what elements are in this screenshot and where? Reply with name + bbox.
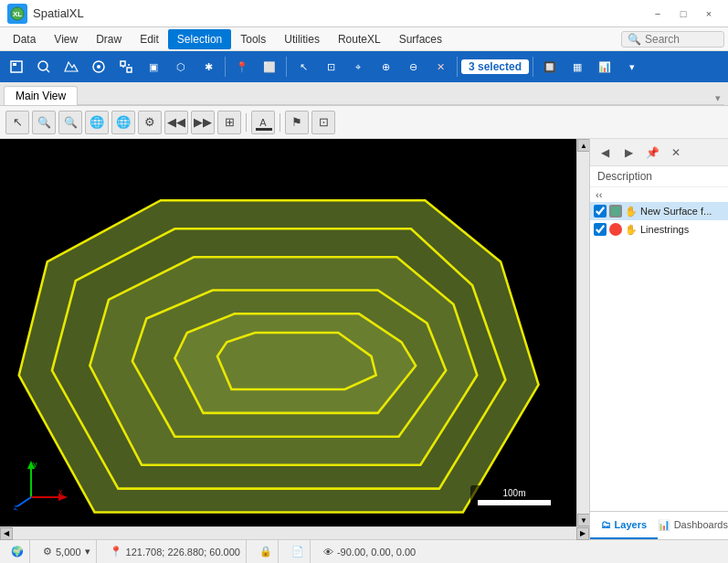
tb-btn-10[interactable]: ⬜	[257, 54, 282, 80]
window-controls: − □ ×	[646, 4, 721, 24]
scroll-up-btn[interactable]: ▲	[577, 139, 589, 152]
scale-bar: 100m	[470, 485, 558, 508]
tb2-pin[interactable]: ⚑	[285, 111, 309, 134]
menu-selection[interactable]: Selection	[168, 29, 231, 49]
scroll-left-btn[interactable]: ◀	[0, 527, 13, 540]
view-tabs-bar: Main View ▾	[0, 82, 728, 106]
tb-sel-export[interactable]: 📊	[592, 54, 617, 80]
panel-description-header: Description	[590, 166, 728, 187]
dashboards-tab-label: Dashboards	[674, 519, 728, 530]
menu-view[interactable]: View	[45, 29, 87, 49]
layer-item-linestrings[interactable]: ✋ Linestrings	[590, 220, 728, 239]
tb2-grid[interactable]: ⊞	[217, 111, 241, 134]
panel-close-btn[interactable]: ✕	[665, 143, 687, 163]
tb-btn-8[interactable]: ✱	[195, 54, 221, 80]
layers-icon: 🗂	[601, 519, 611, 530]
tb-select-2[interactable]: ⊡	[318, 54, 343, 80]
tb-select-4[interactable]: ⊕	[373, 54, 398, 80]
doc-icon: 📄	[291, 546, 304, 558]
panel-tab-dashboards[interactable]: 📊 Dashboards	[658, 512, 728, 539]
right-panel: ◀ ▶ 📌 ✕ Description ‹‹ ✋ New Surface f..…	[589, 139, 728, 539]
svg-text:XL: XL	[13, 10, 22, 18]
svg-rect-2	[11, 61, 22, 72]
scroll-down-btn[interactable]: ▼	[577, 514, 589, 526]
vertical-scrollbar[interactable]: ▲ ▼	[576, 139, 589, 526]
layer-checkbox-surface[interactable]	[594, 205, 607, 218]
tb-btn-3[interactable]	[58, 54, 84, 80]
tb2-zoom-out[interactable]: 🔍	[58, 111, 82, 134]
tb-btn-7[interactable]: ⬡	[168, 54, 194, 80]
panel-collapse-btn[interactable]: ‹‹	[590, 187, 728, 202]
tb2-globe2[interactable]: 🌐	[111, 111, 135, 134]
tb2-stop[interactable]: ⊡	[311, 111, 335, 134]
tb-btn-9[interactable]: 📍	[229, 54, 255, 80]
menu-routexl[interactable]: RouteXL	[329, 29, 390, 49]
tb-select-deselect[interactable]: ✕	[427, 54, 453, 80]
tb-select-arrow[interactable]: ↖	[290, 54, 316, 80]
menu-draw[interactable]: Draw	[87, 29, 131, 49]
panel-tab-layers[interactable]: 🗂 Layers	[590, 512, 658, 539]
svg-point-4	[38, 61, 47, 70]
minimize-button[interactable]: −	[646, 4, 670, 24]
menu-utilities[interactable]: Utilities	[275, 29, 329, 49]
tb-sel-table[interactable]: ▦	[564, 54, 590, 80]
secondary-toolbar: ↖ 🔍 🔍 🌐 🌐 ⚙ ◀◀ ▶▶ ⊞ A ⚑ ⊡	[0, 106, 728, 139]
panel-back-btn[interactable]: ◀	[594, 143, 616, 163]
tb2-back[interactable]: ◀◀	[164, 111, 188, 134]
scale-label: 100m	[502, 488, 525, 498]
menu-data[interactable]: Data	[4, 29, 45, 49]
scroll-right-btn[interactable]: ▶	[576, 527, 589, 540]
panel-forward-btn[interactable]: ▶	[617, 143, 639, 163]
viewport-canvas[interactable]: y x z 100m	[0, 139, 576, 526]
axis-indicator: y x z	[13, 456, 68, 514]
tb-btn-5[interactable]	[113, 54, 139, 80]
scale-dropdown[interactable]: ▾	[85, 546, 90, 558]
close-button[interactable]: ×	[697, 4, 721, 24]
tb-btn-1[interactable]	[4, 54, 29, 80]
layers-tab-label: Layers	[615, 519, 647, 530]
layer-name-linestrings: Linestrings	[640, 224, 689, 235]
search-input[interactable]	[645, 33, 718, 46]
svg-line-26	[17, 497, 31, 506]
tb-btn-2[interactable]	[31, 54, 57, 80]
panel-toolbar: ◀ ▶ 📌 ✕	[590, 139, 728, 166]
tb2-color[interactable]: A	[251, 111, 275, 134]
panel-bottom-tabs: 🗂 Layers 📊 Dashboards	[590, 511, 728, 539]
maximize-button[interactable]: □	[671, 4, 695, 24]
tb-sel-info[interactable]: 🔲	[537, 54, 563, 80]
scale-icon: ⚙	[43, 546, 52, 558]
svg-text:z: z	[14, 503, 18, 511]
layer-checkbox-linestrings[interactable]	[594, 223, 607, 236]
svg-rect-9	[121, 61, 125, 66]
menubar: Data View Draw Edit Selection Tools Util…	[0, 27, 728, 51]
tb2-settings[interactable]: ⚙	[138, 111, 162, 134]
tb2-globe1[interactable]: 🌐	[85, 111, 109, 134]
layer-item-surface[interactable]: ✋ New Surface f...	[590, 202, 728, 220]
world-icon: 🌍	[11, 546, 24, 558]
lock-icon: 🔒	[259, 546, 272, 558]
tb-btn-6[interactable]: ▣	[141, 54, 166, 80]
layer-hand-icon: ✋	[625, 205, 638, 218]
tb-select-5[interactable]: ⊖	[400, 54, 426, 80]
menu-tools[interactable]: Tools	[231, 29, 275, 49]
tb2-zoom-in[interactable]: 🔍	[32, 111, 56, 134]
tb2-forward[interactable]: ▶▶	[191, 111, 215, 134]
panel-pin-btn[interactable]: 📌	[641, 143, 663, 163]
horizontal-scrollbar[interactable]: ◀ ▶	[0, 526, 589, 539]
tb-dropdown[interactable]: ▾	[619, 54, 645, 80]
menu-edit[interactable]: Edit	[131, 29, 168, 49]
scroll-track[interactable]	[577, 152, 589, 514]
main-area: y x z 100m ▲	[0, 139, 728, 539]
tb2-arrow[interactable]: ↖	[5, 111, 29, 134]
scale-line	[478, 500, 551, 505]
tb-btn-4[interactable]	[86, 54, 111, 80]
menu-surfaces[interactable]: Surfaces	[390, 29, 451, 49]
svg-rect-3	[13, 63, 16, 66]
status-coords: 📍 121.708; 226.880; 60.000	[104, 540, 247, 563]
titlebar: XL SpatialXL − □ ×	[0, 0, 728, 27]
svg-rect-10	[127, 68, 132, 72]
status-lock: 🔒	[254, 540, 279, 563]
svg-text:y: y	[33, 460, 37, 469]
view-tab-main[interactable]: Main View	[4, 86, 78, 105]
tb-select-3[interactable]: ⌖	[345, 54, 371, 80]
